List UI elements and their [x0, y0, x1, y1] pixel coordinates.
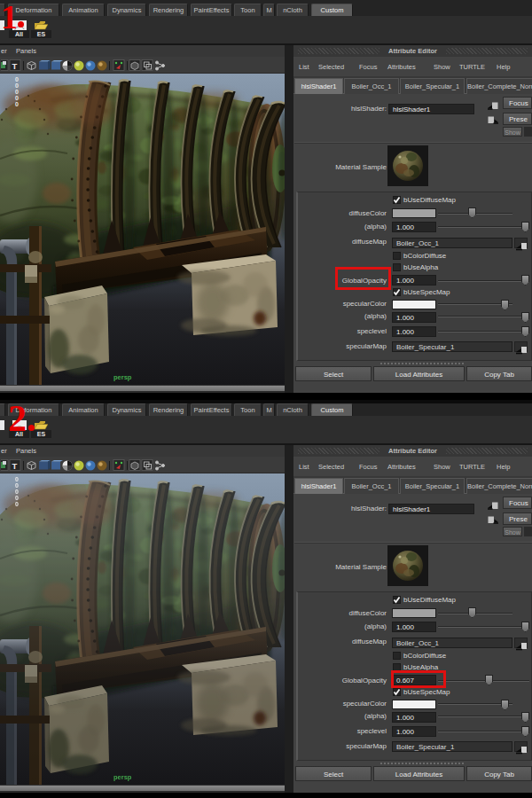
- svg-text:0: 0: [15, 501, 19, 507]
- svg-text:persp: persp: [113, 773, 132, 781]
- svg-text:0: 0: [15, 482, 19, 489]
- svg-text:0: 0: [15, 489, 19, 495]
- svg-text:0: 0: [15, 495, 19, 501]
- svg-text:T: T: [12, 461, 18, 471]
- svg-text:T: T: [12, 61, 18, 71]
- svg-text:0: 0: [15, 82, 19, 89]
- svg-text:0: 0: [15, 95, 19, 101]
- svg-text:persp: persp: [113, 373, 132, 381]
- svg-text:0: 0: [15, 101, 19, 107]
- svg-text:0: 0: [15, 76, 19, 82]
- svg-text:0: 0: [15, 89, 19, 95]
- svg-text:0: 0: [15, 476, 19, 482]
